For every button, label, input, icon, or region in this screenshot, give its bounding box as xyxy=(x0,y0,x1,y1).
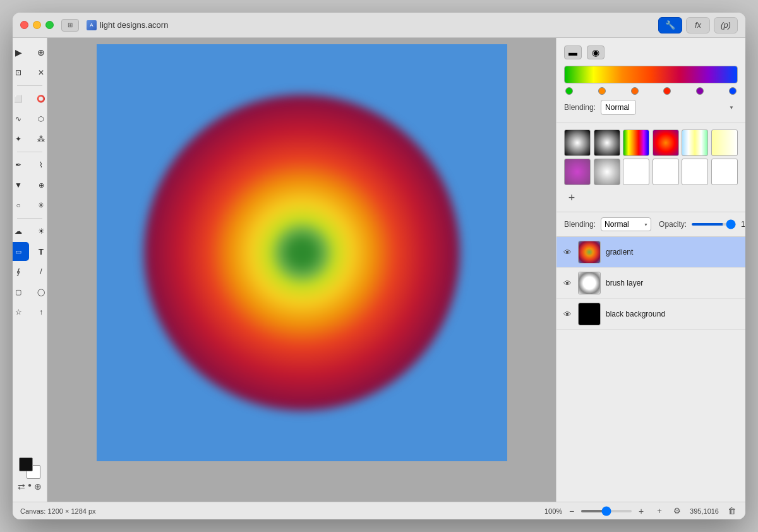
layer-item-background[interactable]: 👁 black background xyxy=(556,299,745,330)
default-colors-icon[interactable]: ● xyxy=(28,481,32,492)
add-layer-button[interactable]: + xyxy=(653,505,666,517)
layer-visibility-background[interactable]: 👁 xyxy=(562,308,573,320)
gradient-presets: + xyxy=(556,123,745,212)
layer-panel: Blending: Normal Multiply Screen Opacity… xyxy=(556,212,745,502)
maximize-button[interactable] xyxy=(45,21,54,29)
color-swatches[interactable] xyxy=(19,457,40,479)
layer-blend-select[interactable]: Normal Multiply Screen xyxy=(601,217,651,231)
foreground-color-swatch[interactable] xyxy=(19,457,33,471)
layer-thumb-visual xyxy=(579,241,600,263)
gradient-stop-1[interactable] xyxy=(598,87,606,95)
blending-select[interactable]: Normal Multiply Screen Overlay xyxy=(601,100,636,115)
gradient-stop-5[interactable] xyxy=(729,87,737,95)
opacity-slider[interactable] xyxy=(692,223,736,226)
gradient-bar-container xyxy=(564,66,738,95)
swap-colors-icon[interactable]: ⇄ xyxy=(18,481,25,492)
canvas xyxy=(97,44,507,461)
color-swatch-area: ⇄ ● ⊕ xyxy=(18,457,42,497)
preset-item[interactable] xyxy=(623,130,649,156)
layers-list: 👁 gradient 👁 brush layer xyxy=(556,237,745,502)
radial-gradient-button[interactable]: ◉ xyxy=(587,45,605,59)
traffic-lights xyxy=(20,21,54,29)
close-button[interactable] xyxy=(20,21,28,29)
layer-name-brush: brush layer xyxy=(606,279,740,287)
crop-tool[interactable]: ⊡ xyxy=(13,63,29,82)
blending-row: Blending: Normal Multiply Screen Overlay xyxy=(564,100,738,115)
main-content: ▶ ⊕ ⊡ ✕ ⬜ ⭕ ∿ ⬡ ✦ ⁂ ✒ ⌇ xyxy=(13,38,745,502)
layer-visibility-gradient[interactable]: 👁 xyxy=(562,246,573,258)
tools-panel-button[interactable]: 🔧 xyxy=(658,17,682,33)
zoom-slider[interactable] xyxy=(581,510,632,512)
arrow-tool[interactable]: ▶ xyxy=(13,43,29,62)
fill-tool[interactable]: ▼ xyxy=(13,176,29,195)
swatch-controls: ⇄ ● ⊕ xyxy=(18,481,42,492)
canvas-info: Canvas: 1200 × 1284 px xyxy=(20,507,96,515)
preset-item-empty[interactable] xyxy=(711,159,738,185)
separator-1 xyxy=(17,85,42,86)
add-preset-button[interactable]: + xyxy=(564,190,579,205)
filename-label: light designs.acorn xyxy=(100,20,168,30)
gradient-stops xyxy=(564,87,738,95)
zoom-out-button[interactable]: − xyxy=(566,505,577,517)
right-panel: ▬ ◉ Blending: xyxy=(556,38,745,502)
gradient-editor: ▬ ◉ Blending: xyxy=(556,38,745,123)
toolbar-left: ▶ ⊕ ⊡ ✕ ⬜ ⭕ ∿ ⬡ ✦ ⁂ ✒ ⌇ xyxy=(13,38,47,502)
layer-blend-select-wrapper: Normal Multiply Screen xyxy=(601,217,651,231)
layer-name-gradient: gradient xyxy=(606,248,740,257)
coordinates-display: 395,1016 xyxy=(690,507,719,515)
sidebar-toggle-button[interactable]: ⊞ xyxy=(61,19,79,32)
gradient-stop-3[interactable] xyxy=(663,87,671,95)
preset-item[interactable] xyxy=(682,130,708,156)
blending-select-wrapper: Normal Multiply Screen Overlay xyxy=(601,100,738,115)
titlebar-buttons: 🔧 fx (p) xyxy=(658,17,738,33)
eyedropper-icon[interactable]: ⊕ xyxy=(34,481,42,492)
layer-item-brush[interactable]: 👁 brush layer xyxy=(556,268,745,299)
preset-item-empty[interactable] xyxy=(682,159,708,185)
preset-item[interactable] xyxy=(594,159,620,185)
blending-label: Blending: xyxy=(564,103,596,112)
gradient-bar[interactable] xyxy=(564,66,738,83)
rect-draw-tool[interactable]: ▢ xyxy=(13,282,29,301)
minimize-button[interactable] xyxy=(33,21,41,29)
layer-visibility-brush[interactable]: 👁 xyxy=(562,277,573,289)
gradient-stop-4[interactable] xyxy=(696,87,704,95)
cloud-shape-tool[interactable]: ☁ xyxy=(13,222,29,241)
fx-panel-button[interactable]: fx xyxy=(686,17,710,33)
presets-grid xyxy=(564,130,738,185)
gradient-stop-0[interactable] xyxy=(565,87,573,95)
preset-item-empty[interactable] xyxy=(623,159,649,185)
pen-tool[interactable]: ✒ xyxy=(13,155,29,174)
preset-item-empty[interactable] xyxy=(653,159,679,185)
blur-tool[interactable]: ○ xyxy=(13,196,29,215)
type-panel-button[interactable]: (p) xyxy=(714,17,738,33)
preset-item[interactable] xyxy=(653,130,679,156)
window-title: A light designs.acorn xyxy=(87,20,168,30)
lasso-tool[interactable]: ∿ xyxy=(13,109,29,128)
gradient-visual xyxy=(144,95,460,411)
preset-item[interactable] xyxy=(564,130,591,156)
layer-thumb-visual-black xyxy=(579,303,600,325)
delete-layer-button[interactable]: 🗑 xyxy=(725,505,738,517)
star-tool[interactable]: ☆ xyxy=(13,303,29,322)
layer-settings-button[interactable]: ⚙ xyxy=(671,505,683,517)
canvas-area[interactable] xyxy=(47,38,556,502)
titlebar: ⊞ A light designs.acorn 🔧 fx (p) xyxy=(13,13,745,38)
rect-shape-tool[interactable]: ▭ xyxy=(13,242,29,261)
rect-select-tool[interactable]: ⬜ xyxy=(13,89,29,108)
preset-item[interactable] xyxy=(711,130,738,156)
bezier-tool[interactable]: ∮ xyxy=(13,262,29,281)
gradient-stop-2[interactable] xyxy=(631,87,639,95)
separator-3 xyxy=(17,218,42,219)
preset-item[interactable] xyxy=(564,159,591,185)
magic-wand-tool[interactable]: ✦ xyxy=(13,130,29,148)
layer-thumb-background xyxy=(578,303,601,325)
layer-thumb-brush xyxy=(578,272,601,294)
zoom-level: 100% xyxy=(544,507,562,515)
layer-thumb-visual-brush xyxy=(579,272,600,294)
bottom-bar: Canvas: 1200 × 1284 px 100% − + + ⚙ 395,… xyxy=(13,502,745,519)
linear-gradient-button[interactable]: ▬ xyxy=(564,45,582,59)
opacity-label: Opacity: xyxy=(659,220,687,229)
layer-item-gradient[interactable]: 👁 gradient xyxy=(556,237,745,268)
zoom-in-button[interactable]: + xyxy=(635,505,647,517)
preset-item[interactable] xyxy=(594,130,620,156)
